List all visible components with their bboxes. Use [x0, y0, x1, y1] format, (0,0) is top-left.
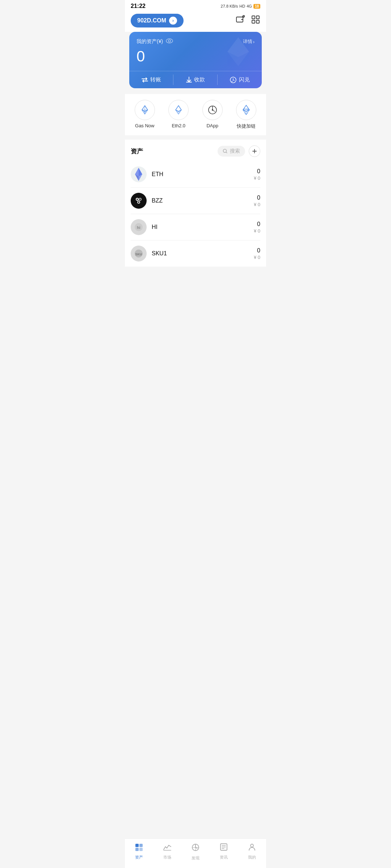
svg-text:SKU: SKU	[135, 252, 142, 256]
assets-section: 资产 搜索 ETH	[125, 140, 266, 267]
sku1-name: SKU1	[152, 250, 254, 257]
eth-cny: ¥ 0	[254, 175, 260, 181]
sku1-amount: 0	[254, 247, 260, 254]
svg-rect-5	[252, 20, 255, 23]
bzz-cny: ¥ 0	[254, 202, 260, 207]
svg-point-7	[166, 39, 173, 43]
transfer-label: 转账	[150, 76, 161, 83]
asset-label-text: 我的资产(¥)	[136, 38, 163, 45]
flash-label: 闪兑	[239, 76, 250, 83]
svg-point-30	[139, 199, 141, 200]
asset-item-sku1[interactable]: SKU SKU1 0 ¥ 0	[131, 241, 260, 267]
svg-point-29	[136, 199, 138, 200]
quick-item-quick-chain[interactable]: EVM 快捷加链	[236, 100, 256, 129]
sku1-logo: SKU	[131, 246, 147, 261]
hi-amount: 0	[254, 221, 260, 227]
search-box[interactable]: 搜索	[218, 146, 245, 157]
svg-marker-15	[176, 110, 181, 114]
asset-label: 我的资产(¥)	[136, 38, 173, 45]
status-icons: 27.8 KB/s HD 4G 18	[221, 4, 260, 9]
gas-now-label: Gas Now	[135, 123, 154, 128]
asset-item-hi[interactable]: hi HI 0 ¥ 0	[131, 214, 260, 241]
eth-watermark	[222, 35, 255, 69]
svg-rect-4	[256, 16, 259, 19]
asset-card: 我的资产(¥) 详情 › 0 转账	[129, 32, 262, 88]
eth-amount: 0	[254, 168, 260, 175]
svg-point-8	[168, 40, 171, 42]
eth-name: ETH	[152, 171, 254, 178]
header-actions	[236, 15, 260, 26]
svg-text:hi: hi	[137, 225, 140, 230]
add-asset-button[interactable]	[249, 145, 260, 157]
svg-rect-3	[252, 16, 255, 19]
network-indicator: 4G	[247, 4, 252, 8]
quick-item-eth2[interactable]: Eth2.0	[168, 100, 189, 129]
assets-controls: 搜索	[218, 145, 260, 157]
transfer-button[interactable]: 转账	[129, 71, 173, 88]
search-placeholder: 搜索	[230, 148, 240, 154]
dapp-label: DApp	[206, 123, 218, 128]
svg-rect-6	[256, 20, 259, 23]
quick-item-dapp[interactable]: DApp	[202, 100, 223, 129]
svg-point-31	[138, 201, 139, 203]
eth-amounts: 0 ¥ 0	[254, 168, 260, 181]
add-wallet-button[interactable]	[236, 15, 245, 26]
eth2-label: Eth2.0	[172, 123, 185, 128]
scan-button[interactable]	[251, 15, 260, 26]
bzz-name: BZZ	[152, 197, 254, 204]
hi-cny: ¥ 0	[254, 228, 260, 234]
flash-swap-button[interactable]: 闪兑	[218, 71, 262, 88]
gas-now-icon-circle	[135, 100, 155, 120]
brand-name: 902D.COM	[137, 17, 166, 24]
quick-chain-label: 快捷加链	[237, 123, 256, 129]
asset-actions: 转账 收款 闪兑	[129, 71, 262, 88]
assets-title: 资产	[131, 147, 143, 156]
quick-chain-icon-circle: EVM	[236, 100, 256, 120]
hi-amounts: 0 ¥ 0	[254, 221, 260, 234]
svg-text:EVM: EVM	[244, 108, 249, 111]
bzz-logo	[131, 193, 147, 209]
hi-name: HI	[152, 224, 254, 230]
eth2-icon-circle	[168, 100, 189, 120]
eye-icon[interactable]	[166, 38, 173, 45]
quick-menu: Gas Now Eth2.0 DApp EVM	[125, 94, 266, 135]
search-icon	[223, 149, 228, 154]
dapp-icon-circle	[202, 100, 223, 120]
receive-button[interactable]: 收款	[173, 71, 218, 88]
svg-point-1	[243, 20, 243, 20]
battery-indicator: 18	[253, 4, 260, 9]
header: 902D.COM ›	[125, 11, 266, 32]
hi-logo: hi	[131, 219, 147, 235]
speed-indicator: 27.8 KB/s	[221, 4, 238, 8]
status-time: 21:22	[131, 3, 146, 9]
hd-indicator: HD	[239, 4, 245, 8]
bzz-amount: 0	[254, 195, 260, 201]
assets-header: 资产 搜索	[131, 140, 260, 161]
brand-button[interactable]: 902D.COM ›	[131, 14, 184, 27]
sku1-amounts: 0 ¥ 0	[254, 247, 260, 260]
asset-item-eth[interactable]: ETH 0 ¥ 0	[131, 161, 260, 188]
sku1-cny: ¥ 0	[254, 255, 260, 260]
bzz-amounts: 0 ¥ 0	[254, 195, 260, 207]
status-bar: 21:22 27.8 KB/s HD 4G 18	[125, 0, 266, 11]
quick-item-gas-now[interactable]: Gas Now	[135, 100, 155, 129]
asset-item-bzz[interactable]: BZZ 0 ¥ 0	[131, 188, 260, 214]
eth-logo	[131, 166, 147, 182]
brand-arrow-icon: ›	[169, 17, 177, 25]
receive-label: 收款	[194, 76, 205, 83]
